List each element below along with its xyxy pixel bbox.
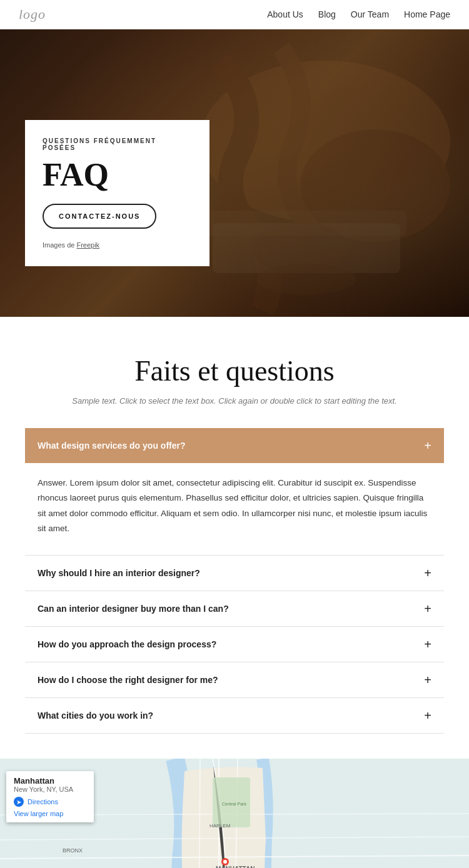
faq-icon-6: + [424, 709, 431, 722]
faq-header-1[interactable]: What design services do you offer? + [25, 428, 444, 463]
faq-question-2: Why should I hire an interior designer? [38, 568, 200, 578]
svg-rect-4 [206, 211, 406, 236]
faq-question-1: What design services do you offer? [38, 441, 186, 451]
image-credit: Images de Freepik [43, 241, 192, 249]
svg-point-24 [223, 860, 227, 864]
contact-button[interactable]: CONTACTEZ-NOUS [43, 204, 156, 229]
faq-header-6[interactable]: What cities do you work in? + [25, 698, 444, 733]
directions-label: Directions [28, 798, 58, 806]
map-place-sub: New York, NY, USA [14, 786, 86, 793]
faq-icon-4: + [424, 638, 431, 651]
freepik-link[interactable]: Freepik [76, 241, 99, 249]
nav-links: About Us Blog Our Team Home Page [267, 9, 450, 20]
faq-item-4: How do you approach the design process? … [25, 627, 444, 662]
main-content: Faits et questions Sample text. Click to… [0, 317, 469, 759]
faq-question-6: What cities do you work in? [38, 711, 153, 721]
map-popup: Manhattan New York, NY, USA ➤ Directions… [6, 771, 94, 822]
faq-icon-2: + [424, 567, 431, 579]
svg-text:Central Park: Central Park [222, 802, 246, 806]
nav-team[interactable]: Our Team [351, 9, 389, 19]
svg-text:MANHATTAN: MANHATTAN [216, 866, 255, 868]
svg-point-5 [256, 264, 356, 295]
navbar: logo About Us Blog Our Team Home Page [0, 0, 469, 29]
directions-icon: ➤ [14, 797, 24, 807]
faq-icon-1: + [424, 439, 431, 452]
nav-home[interactable]: Home Page [404, 9, 450, 19]
faq-item-3: Can an interior designer buy more than I… [25, 591, 444, 627]
faq-header-2[interactable]: Why should I hire an interior designer? … [25, 556, 444, 591]
faq-item-2: Why should I hire an interior designer? … [25, 556, 444, 591]
faq-body-1: Answer. Lorem ipsum dolor sit amet, cons… [25, 463, 444, 555]
map-directions-btn[interactable]: ➤ Directions [14, 797, 86, 807]
map-place-name: Manhattan [14, 776, 86, 786]
faq-question-3: Can an interior designer buy more than I… [38, 604, 229, 614]
hero-title: FAQ [43, 159, 192, 191]
logo: logo [19, 6, 46, 22]
hero-subtitle: QUESTIONS FRÉQUEMMENT POSÉES [43, 137, 192, 151]
faq-header-3[interactable]: Can an interior designer buy more than I… [25, 591, 444, 626]
faq-icon-5: + [424, 674, 431, 686]
hero-section: QUESTIONS FRÉQUEMMENT POSÉES FAQ CONTACT… [0, 29, 469, 317]
nav-blog[interactable]: Blog [318, 9, 336, 19]
faq-header-5[interactable]: How do I choose the right designer for m… [25, 662, 444, 697]
map-placeholder[interactable]: MANHATTAN New York QUEENS BROOKLYN BRONX… [0, 759, 469, 868]
faq-icon-3: + [424, 602, 431, 615]
faq-header-4[interactable]: How do you approach the design process? … [25, 627, 444, 662]
section-title: Faits et questions [25, 354, 444, 387]
svg-text:HARLEM: HARLEM [209, 823, 231, 829]
faq-item-6: What cities do you work in? + [25, 698, 444, 734]
view-larger-map-link[interactable]: View larger map [14, 810, 86, 817]
faq-question-5: How do I choose the right designer for m… [38, 675, 218, 685]
faq-item-5: How do I choose the right designer for m… [25, 662, 444, 698]
map-section: MANHATTAN New York QUEENS BROOKLYN BRONX… [0, 759, 469, 868]
section-subtitle: Sample text. Click to select the text bo… [25, 396, 444, 406]
hero-card: QUESTIONS FRÉQUEMMENT POSÉES FAQ CONTACT… [25, 120, 209, 266]
faq-question-4: How do you approach the design process? [38, 639, 216, 649]
nav-about[interactable]: About Us [267, 9, 303, 19]
faq-list: What design services do you offer? + Ans… [25, 428, 444, 734]
faq-item-1: What design services do you offer? + Ans… [25, 428, 444, 556]
svg-text:BRONX: BRONX [63, 847, 83, 854]
